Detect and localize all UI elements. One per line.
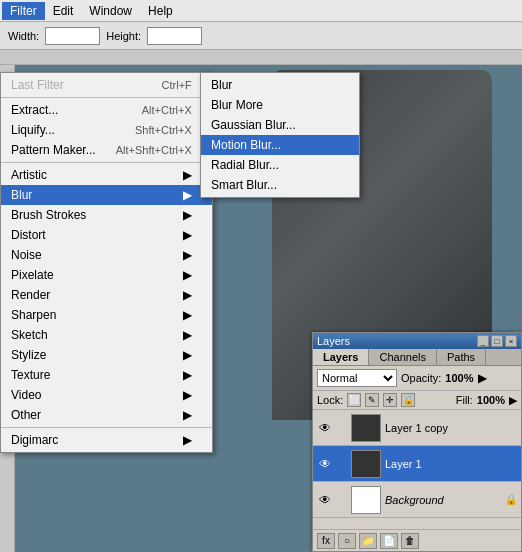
chain-icon [337, 456, 347, 472]
layer-row-copy[interactable]: 👁 Layer 1 copy [313, 410, 521, 446]
menu-item-extract[interactable]: Extract... Alt+Ctrl+X [1, 100, 212, 120]
layer-row-background[interactable]: 👁 Background 🔒 [313, 482, 521, 518]
add-mask-button[interactable]: ○ [338, 533, 356, 549]
chain-icon [337, 492, 347, 508]
new-layer-button[interactable]: 📄 [380, 533, 398, 549]
menu-help[interactable]: Help [140, 2, 181, 20]
arrow-icon: ▶ [183, 408, 192, 422]
menu-item-noise[interactable]: Noise ▶ [1, 245, 212, 265]
menu-item-smart-blur[interactable]: Smart Blur... [201, 175, 359, 195]
arrow-icon: ▶ [183, 348, 192, 362]
width-input[interactable] [45, 27, 100, 45]
menu-sep-3 [1, 427, 212, 428]
layer-thumbnail [351, 486, 381, 514]
menu-item-other[interactable]: Other ▶ [1, 405, 212, 425]
height-input[interactable] [147, 27, 202, 45]
delete-layer-button[interactable]: 🗑 [401, 533, 419, 549]
layers-lock-row: Lock: ⬜ ✎ ✛ 🔒 Fill: 100% ▶ [313, 391, 521, 410]
opacity-label: Opacity: [401, 372, 441, 384]
minimize-button[interactable]: _ [477, 335, 489, 347]
eye-icon[interactable]: 👁 [317, 456, 333, 472]
layer-thumbnail [351, 414, 381, 442]
layers-bottom-toolbar: fx ○ 📁 📄 🗑 [313, 529, 521, 551]
arrow-icon: ▶ [183, 228, 192, 242]
menu-item-radial-blur[interactable]: Radial Blur... [201, 155, 359, 175]
menu-item-liquify[interactable]: Liquify... Shft+Ctrl+X [1, 120, 212, 140]
arrow-icon: ▶ [183, 268, 192, 282]
arrow-icon: ▶ [183, 388, 192, 402]
menu-window[interactable]: Window [81, 2, 140, 20]
arrow-icon: ▶ [183, 248, 192, 262]
fill-label: Fill: [456, 394, 473, 406]
filter-menu: Last Filter Ctrl+F Extract... Alt+Ctrl+X… [0, 72, 213, 453]
chain-icon [337, 420, 347, 436]
lock-paint-button[interactable]: ✎ [365, 393, 379, 407]
fill-value: 100% [477, 394, 505, 406]
menu-sep-2 [1, 162, 212, 163]
arrow-icon: ▶ [183, 188, 192, 202]
menu-item-blur-blur[interactable]: Blur [201, 75, 359, 95]
ruler-horizontal [0, 50, 522, 65]
menu-item-last-filter[interactable]: Last Filter Ctrl+F [1, 75, 212, 95]
arrow-icon: ▶ [183, 368, 192, 382]
eye-icon[interactable]: 👁 [317, 492, 333, 508]
add-style-button[interactable]: fx [317, 533, 335, 549]
arrow-icon: ▶ [183, 328, 192, 342]
menu-item-sharpen[interactable]: Sharpen ▶ [1, 305, 212, 325]
menu-filter[interactable]: Filter [2, 2, 45, 20]
arrow-icon: ▶ [183, 208, 192, 222]
blur-submenu: Blur Blur More Gaussian Blur... Motion B… [200, 72, 360, 198]
main-area: Last Filter Ctrl+F Extract... Alt+Ctrl+X… [0, 50, 522, 552]
layer-name: Layer 1 copy [385, 422, 517, 434]
arrow-icon: ▶ [183, 433, 192, 447]
menu-item-pixelate[interactable]: Pixelate ▶ [1, 265, 212, 285]
layer-name: Layer 1 [385, 458, 517, 470]
layers-controls: Normal Opacity: 100% ▶ [313, 366, 521, 391]
layer-row-1[interactable]: 👁 Layer 1 [313, 446, 521, 482]
lock-move-button[interactable]: ✛ [383, 393, 397, 407]
eye-icon[interactable]: 👁 [317, 420, 333, 436]
titlebar-controls: _ □ × [477, 335, 517, 347]
menu-item-texture[interactable]: Texture ▶ [1, 365, 212, 385]
menu-bar: Filter Edit Window Help [0, 0, 522, 22]
options-bar: Width: Height: [0, 22, 522, 50]
menu-item-motion-blur[interactable]: Motion Blur... [201, 135, 359, 155]
menu-item-gaussian-blur[interactable]: Gaussian Blur... [201, 115, 359, 135]
arrow-icon: ▶ [183, 168, 192, 182]
width-label: Width: [8, 30, 39, 42]
menu-item-distort[interactable]: Distort ▶ [1, 225, 212, 245]
layer-name: Background [385, 494, 501, 506]
tab-channels[interactable]: Channels [369, 349, 436, 365]
lock-transparency-button[interactable]: ⬜ [347, 393, 361, 407]
menu-item-brush-strokes[interactable]: Brush Strokes ▶ [1, 205, 212, 225]
menu-item-blur-more[interactable]: Blur More [201, 95, 359, 115]
fill-arrow-icon[interactable]: ▶ [509, 394, 517, 407]
menu-edit[interactable]: Edit [45, 2, 82, 20]
lock-icon: 🔒 [505, 494, 517, 505]
tab-layers[interactable]: Layers [313, 349, 369, 365]
menu-item-video[interactable]: Video ▶ [1, 385, 212, 405]
opacity-arrow-icon[interactable]: ▶ [478, 371, 487, 385]
blend-mode-select[interactable]: Normal [317, 369, 397, 387]
menu-item-blur[interactable]: Blur ▶ [1, 185, 212, 205]
menu-item-artistic[interactable]: Artistic ▶ [1, 165, 212, 185]
menu-item-stylize[interactable]: Stylize ▶ [1, 345, 212, 365]
lock-all-button[interactable]: 🔒 [401, 393, 415, 407]
layer-thumbnail [351, 450, 381, 478]
height-label: Height: [106, 30, 141, 42]
close-button[interactable]: × [505, 335, 517, 347]
lock-label: Lock: [317, 394, 343, 406]
arrow-icon: ▶ [183, 308, 192, 322]
maximize-button[interactable]: □ [491, 335, 503, 347]
menu-item-render[interactable]: Render ▶ [1, 285, 212, 305]
menu-item-digimarc[interactable]: Digimarc ▶ [1, 430, 212, 450]
opacity-value: 100% [445, 372, 473, 384]
menu-item-pattern-maker[interactable]: Pattern Maker... Alt+Shft+Ctrl+X [1, 140, 212, 160]
arrow-icon: ▶ [183, 288, 192, 302]
layers-panel-title: Layers [317, 335, 350, 347]
menu-sep-1 [1, 97, 212, 98]
layers-panel-titlebar: Layers _ □ × [313, 333, 521, 349]
tab-paths[interactable]: Paths [437, 349, 486, 365]
menu-item-sketch[interactable]: Sketch ▶ [1, 325, 212, 345]
new-group-button[interactable]: 📁 [359, 533, 377, 549]
